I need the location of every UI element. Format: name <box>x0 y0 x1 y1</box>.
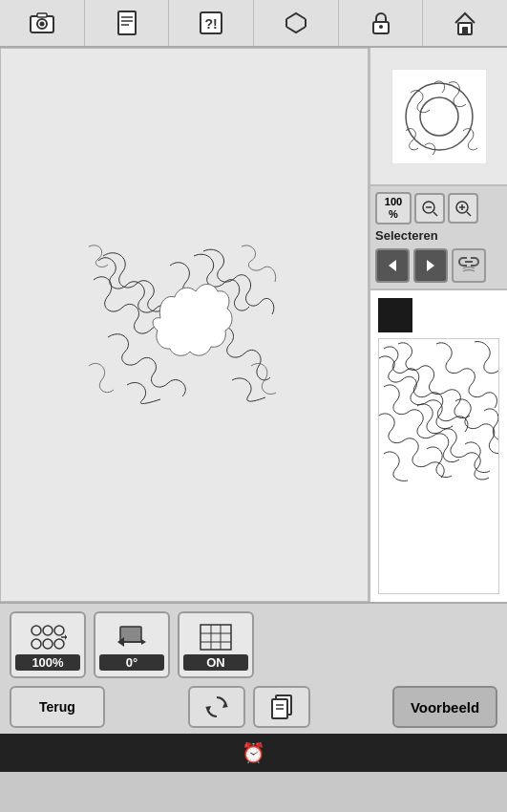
zoom-in-button[interactable] <box>448 193 478 224</box>
svg-line-26 <box>467 212 471 216</box>
rotate-icon <box>115 619 149 654</box>
grid-control[interactable]: ON <box>178 611 254 678</box>
svg-rect-15 <box>462 27 468 34</box>
copy-action-button[interactable] <box>253 686 310 728</box>
toolbar-home[interactable] <box>423 0 507 46</box>
svg-line-22 <box>433 212 437 216</box>
svg-point-34 <box>32 639 41 649</box>
svg-point-13 <box>379 25 383 29</box>
nav-controls <box>370 246 507 288</box>
rotate-label: 0° <box>99 654 164 671</box>
grid-icon <box>199 619 233 654</box>
svg-point-35 <box>43 639 53 649</box>
zoom-out-button[interactable] <box>414 193 445 224</box>
canvas-area[interactable] <box>0 48 369 602</box>
svg-text:?!: ?! <box>205 16 218 32</box>
svg-point-32 <box>43 626 53 635</box>
clock-icon: ⏰ <box>242 741 265 764</box>
scale-icon <box>29 619 67 654</box>
bottom-row1: 100% 0° <box>10 611 497 678</box>
top-toolbar: ?! <box>0 0 507 48</box>
pattern-preview <box>378 338 499 594</box>
canvas-image <box>89 242 280 409</box>
svg-point-33 <box>54 626 64 635</box>
svg-point-31 <box>32 626 41 635</box>
selecteren-label: Selecteren <box>370 226 507 246</box>
svg-rect-4 <box>118 11 136 34</box>
status-bar: ⏰ <box>0 734 507 772</box>
zoom-percent-display: 100 % <box>375 192 412 224</box>
scale-label: 100% <box>15 654 80 671</box>
toolbar-camera[interactable] <box>0 0 85 46</box>
svg-marker-28 <box>427 260 434 271</box>
scale-control[interactable]: 100% <box>10 611 86 678</box>
svg-point-36 <box>54 639 64 649</box>
zoom-controls: 100 % <box>370 186 507 226</box>
toolbar-document[interactable] <box>85 0 170 46</box>
grid-label: ON <box>183 654 248 671</box>
svg-point-2 <box>39 22 44 27</box>
voorbeeld-button[interactable]: Voorbeeld <box>392 686 497 728</box>
svg-marker-42 <box>141 639 146 645</box>
svg-rect-43 <box>201 625 231 650</box>
svg-rect-3 <box>37 13 47 17</box>
main-area: 100 % Selecteren <box>0 48 507 602</box>
toolbar-transfer[interactable] <box>254 0 339 46</box>
svg-marker-38 <box>65 634 67 640</box>
rotate-control[interactable]: 0° <box>94 611 170 678</box>
rotate-action-button[interactable] <box>188 686 245 728</box>
prev-button[interactable] <box>375 248 410 283</box>
toolbar-lock[interactable] <box>339 0 424 46</box>
color-swatch[interactable] <box>378 298 412 332</box>
svg-rect-30 <box>379 339 499 482</box>
color-swatch-area <box>370 288 507 602</box>
bottom-row2: Terug Voorbeeld <box>10 686 497 728</box>
next-button[interactable] <box>413 248 448 283</box>
link-button[interactable] <box>452 248 486 283</box>
terug-button[interactable]: Terug <box>10 686 105 728</box>
right-panel: 100 % Selecteren <box>369 48 507 602</box>
toolbar-question[interactable]: ?! <box>169 0 254 46</box>
thumbnail-area <box>370 48 507 186</box>
svg-marker-27 <box>389 260 396 271</box>
bottom-controls: 100% 0° <box>0 602 507 734</box>
